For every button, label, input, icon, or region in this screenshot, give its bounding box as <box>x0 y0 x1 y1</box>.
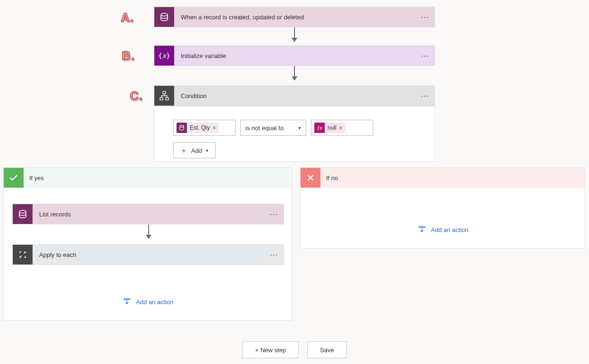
if-no-label: If no <box>320 174 338 182</box>
condition-operator-select[interactable]: is not equal to ▾ <box>240 120 306 136</box>
database-icon <box>177 123 187 133</box>
svg-rect-6 <box>124 298 130 299</box>
if-yes-label: If yes <box>24 174 44 182</box>
svg-rect-1 <box>163 91 166 94</box>
save-button[interactable]: Save <box>307 341 347 358</box>
list-records-label: List records <box>33 211 265 218</box>
database-icon <box>13 204 33 224</box>
loop-icon <box>13 245 33 265</box>
annotation-c: C. <box>130 89 143 103</box>
list-records-menu[interactable]: ··· <box>265 211 284 218</box>
connector-arrow <box>148 224 149 239</box>
init-variable-label: Initialize variable <box>174 52 416 59</box>
connector-arrow <box>294 27 295 41</box>
apply-to-each-menu[interactable]: ··· <box>265 251 284 258</box>
init-variable-menu[interactable]: ··· <box>416 52 435 59</box>
condition-icon <box>154 86 174 106</box>
operator-label: is not equal to <box>245 124 284 132</box>
close-icon <box>301 168 320 188</box>
add-action-icon <box>418 225 426 234</box>
footer-bar: + New step Save <box>0 341 589 358</box>
svg-rect-7 <box>419 226 425 227</box>
fx-icon: ƒx <box>314 123 325 133</box>
add-action-label: Add an action <box>431 226 469 233</box>
svg-point-5 <box>19 210 26 213</box>
add-action-icon <box>123 298 131 306</box>
add-action-label: Add an action <box>136 298 174 306</box>
svg-point-4 <box>180 125 184 127</box>
condition-body: Est. Qty × is not equal to ▾ ƒx null × ＋… <box>154 106 435 162</box>
list-records-card[interactable]: List records ··· <box>12 204 284 224</box>
init-variable-card[interactable]: {x} Initialize variable ··· <box>154 45 435 66</box>
chevron-down-icon: ▾ <box>298 125 301 131</box>
condition-right-operand[interactable]: ƒx null × <box>311 120 373 136</box>
if-no-header: If no <box>301 168 585 188</box>
database-icon <box>154 7 174 27</box>
apply-to-each-label: Apply to each <box>33 251 265 258</box>
connector-arrow <box>294 66 295 80</box>
add-action-button[interactable]: Add an action <box>418 225 469 234</box>
svg-rect-3 <box>166 98 168 100</box>
condition-label: Condition <box>174 92 416 99</box>
if-no-branch: If no Add an action <box>300 167 585 248</box>
check-icon <box>4 168 24 188</box>
condition-menu[interactable]: ··· <box>416 92 435 99</box>
condition-add-button[interactable]: ＋ Add ▾ <box>173 142 216 158</box>
variable-icon: {x} <box>154 46 174 66</box>
trigger-card[interactable]: When a record is created, updated or del… <box>154 7 435 27</box>
new-step-button[interactable]: + New step <box>242 341 298 358</box>
annotation-b: B. <box>122 49 135 63</box>
trigger-label: When a record is created, updated or del… <box>174 14 416 21</box>
trigger-menu[interactable]: ··· <box>416 14 435 21</box>
annotation-a: A. <box>121 10 134 25</box>
plus-icon: ＋ <box>180 146 187 155</box>
remove-token-button[interactable]: × <box>213 125 216 131</box>
svg-rect-2 <box>160 98 163 100</box>
svg-point-0 <box>161 13 168 16</box>
field-token-label: Est. Qty <box>190 124 210 131</box>
condition-left-operand[interactable]: Est. Qty × <box>173 120 236 136</box>
if-yes-branch: If yes List records ··· Apply to each ··… <box>3 167 292 321</box>
expression-token[interactable]: ƒx null × <box>314 123 345 133</box>
if-yes-header: If yes <box>4 168 292 188</box>
expression-token-label: null <box>328 124 337 131</box>
field-token[interactable]: Est. Qty × <box>177 123 219 133</box>
condition-card[interactable]: Condition ··· <box>154 85 435 106</box>
add-label: Add <box>191 147 202 154</box>
chevron-down-icon: ▾ <box>206 148 209 154</box>
apply-to-each-card[interactable]: Apply to each ··· <box>12 244 284 265</box>
remove-token-button[interactable]: × <box>339 125 342 131</box>
add-action-button[interactable]: Add an action <box>123 298 174 306</box>
